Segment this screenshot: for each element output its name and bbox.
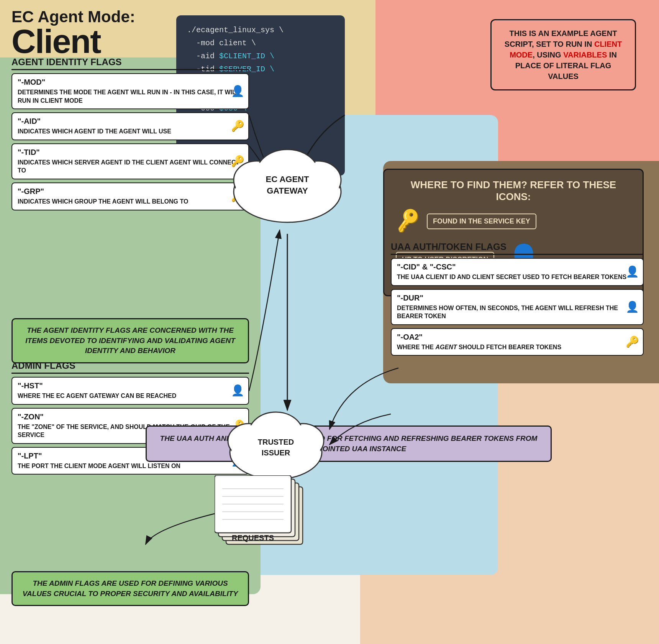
grp-flag-title: "-GRP"	[18, 187, 243, 196]
gateway-cloud: EC AGENT GATEWAY	[222, 142, 352, 234]
aid-flag-title: "-AID"	[18, 117, 243, 126]
key-icon-large: 🔑	[394, 207, 423, 235]
requests-stack: REQUESTS	[215, 475, 314, 552]
agent-identity-header: AGENT IDENTITY FLAGS	[11, 57, 249, 70]
grp-flag-box: "-GRP" INDICATES WHICH GROUP THE AGENT W…	[11, 182, 249, 210]
find-them-key-row: 🔑 FOUND IN THE SERVICE KEY	[396, 209, 631, 233]
admin-summary-text: THE ADMIN FLAGS ARE USED FOR DEFINING VA…	[20, 578, 240, 599]
uaa-header: UAA AUTH/TOKEN FLAGS	[391, 242, 644, 255]
svg-text:REQUESTS: REQUESTS	[232, 534, 274, 542]
svg-text:ISSUER: ISSUER	[262, 449, 290, 457]
svg-text:TRUSTED: TRUSTED	[258, 438, 294, 446]
cid-csc-flag-title: "-CID" & "-CSC"	[397, 263, 638, 271]
uaa-summary-box: THE UAA AUTH AND TOKEN FLAGS ARE USED FO…	[146, 426, 552, 462]
oa2-flag-desc: WHERE THE AGENT SHOULD FETCH BEARER TOKE…	[397, 343, 638, 352]
hst-flag-box: "-HST" WHERE THE EC AGENT GATEWAY CAN BE…	[11, 377, 249, 405]
cid-csc-flag-box: "-CID" & "-CSC" THE UAA CLIENT ID AND CL…	[391, 258, 644, 286]
grp-flag-desc: INDICATES WHICH GROUP THE AGENT WILL BEL…	[18, 197, 243, 206]
cid-csc-flag-desc: THE UAA CLIENT ID AND CLIENT SECRET USED…	[397, 273, 638, 281]
uaa-summary-text: THE UAA AUTH AND TOKEN FLAGS ARE USED FO…	[156, 434, 541, 454]
tid-flag-title: "-TID"	[18, 148, 243, 157]
code-line-1: ./ecagent_linux_sys \	[187, 24, 334, 37]
mod-flag-box: "-MOD" DETERMINES THE MODE THE AGENT WIL…	[11, 73, 249, 109]
svg-point-17	[251, 414, 301, 453]
tid-flag-desc: INDICATES WHICH SERVER AGENT ID THE CLIE…	[18, 158, 243, 175]
hst-flag-desc: WHERE THE EC AGENT GATEWAY CAN BE REACHE…	[18, 392, 243, 400]
aid-flag-desc: INDICATES WHICH AGENT ID THE AGENT WILL …	[18, 127, 243, 136]
lpt-flag-desc: THE PORT THE CLIENT MODE AGENT WILL LIST…	[18, 462, 243, 470]
oa2-flag-box: "-OA2" WHERE THE AGENT SHOULD FETCH BEAR…	[391, 328, 644, 356]
aid-flag-box: "-AID" INDICATES WHICH AGENT ID THE AGEN…	[11, 112, 249, 140]
svg-text:EC AGENT: EC AGENT	[266, 174, 309, 184]
oa2-key-badge: 🔑	[626, 335, 639, 348]
mod-flag-desc: DETERMINES THE MODE THE AGENT WILL RUN I…	[18, 88, 243, 105]
title-client: Client	[11, 26, 135, 56]
hst-flag-title: "-HST"	[18, 381, 243, 390]
example-script-box: THIS IS AN EXAMPLE AGENT SCRIPT, SET TO …	[490, 19, 636, 90]
dur-flag-title: "-DUR"	[397, 294, 638, 302]
admin-summary-box: THE ADMIN FLAGS ARE USED FOR DEFINING VA…	[11, 571, 249, 606]
trusted-issuer-cloud: TRUSTED ISSUER	[218, 406, 333, 487]
example-script-text: THIS IS AN EXAMPLE AGENT SCRIPT, SET TO …	[499, 28, 627, 82]
mod-person-badge: 👤	[231, 85, 244, 98]
agent-identity-section: AGENT IDENTITY FLAGS "-MOD" DETERMINES T…	[11, 57, 249, 214]
code-line-2: -mod client \	[187, 37, 334, 50]
mod-flag-title: "-MOD"	[18, 78, 243, 87]
uaa-section: UAA AUTH/TOKEN FLAGS "-CID" & "-CSC" THE…	[391, 242, 644, 359]
aid-key-badge: 🔑	[231, 120, 244, 133]
admin-header: ADMIN FLAGS	[11, 360, 249, 374]
cid-csc-person-badge: 👤	[626, 265, 639, 278]
dur-flag-desc: DETERMINES HOW OFTEN, IN SECONDS, THE AG…	[397, 304, 638, 320]
service-key-label: FOUND IN THE SERVICE KEY	[427, 214, 536, 229]
hst-person-badge: 👤	[231, 384, 244, 397]
agent-identity-summary-text: THE AGENT IDENTITY FLAGS ARE CONCERNED W…	[20, 325, 240, 356]
oa2-flag-title: "-OA2"	[397, 333, 638, 342]
tid-flag-box: "-TID" INDICATES WHICH SERVER AGENT ID T…	[11, 143, 249, 179]
zon-flag-title: "-ZON"	[18, 412, 243, 421]
agent-identity-summary-box: THE AGENT IDENTITY FLAGS ARE CONCERNED W…	[11, 318, 249, 363]
svg-text:GATEWAY: GATEWAY	[267, 186, 308, 196]
find-them-title: WHERE TO FIND THEM? REFER TO THESE ICONS…	[396, 179, 631, 203]
dur-flag-box: "-DUR" DETERMINES HOW OFTEN, IN SECONDS,…	[391, 289, 644, 325]
title-area: EC Agent Mode: Client	[11, 8, 135, 56]
dur-person-badge: 👤	[626, 301, 639, 314]
